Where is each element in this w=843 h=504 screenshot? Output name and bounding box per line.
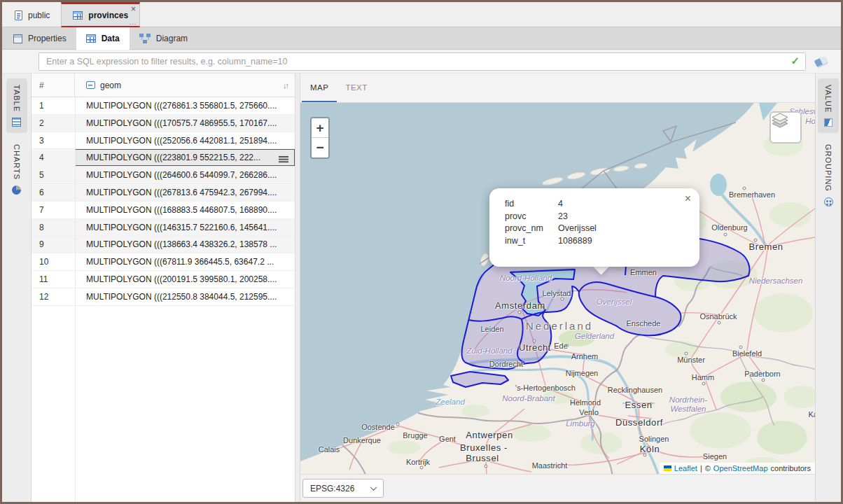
layers-control-button[interactable]: [769, 111, 802, 144]
geom-cell[interactable]: MULTIPOLYGON (((146315.7 522160.6, 14564…: [75, 219, 295, 236]
row-number-header[interactable]: #: [32, 74, 75, 97]
pie-chart-icon: [12, 186, 21, 195]
dbeaver-window: public provinces × ... Properties Data D…: [0, 0, 843, 504]
row-number-cell[interactable]: 6: [32, 184, 75, 201]
tab-overflow-icon[interactable]: ...: [130, 20, 137, 26]
row-number-cell[interactable]: 2: [32, 115, 75, 132]
close-icon[interactable]: ×: [131, 5, 136, 13]
zoom-in-button[interactable]: +: [312, 118, 328, 138]
contributors-text: contributors: [771, 464, 811, 472]
geom-cell[interactable]: MULTIPOLYGON (((170575.7 486955.5, 17016…: [75, 115, 295, 132]
layers-icon: [771, 113, 789, 130]
row-number-cell[interactable]: 5: [32, 167, 75, 183]
popup-field-key: provc_nm: [505, 223, 558, 233]
geom-cell[interactable]: MULTIPOLYGON (((267813.6 475942.3, 26799…: [75, 184, 295, 201]
row-number-cell[interactable]: 11: [32, 271, 75, 288]
table-row[interactable]: 8MULTIPOLYGON (((146315.7 522160.6, 1456…: [32, 219, 295, 237]
row-number-cell[interactable]: 8: [32, 219, 75, 236]
geom-column-header[interactable]: geom ↓↑: [75, 74, 295, 97]
eraser-icon: [814, 56, 828, 67]
leaflet-link[interactable]: Leaflet: [674, 464, 697, 472]
city-marker: [754, 239, 758, 242]
tab-grouping-panel[interactable]: GROUPING: [818, 138, 839, 213]
table-row[interactable]: 5MULTIPOLYGON (((264600.6 544099.7, 2662…: [32, 167, 295, 184]
viewer-footer: EPSG:4326: [300, 474, 815, 502]
geom-cell[interactable]: MULTIPOLYGON (((252056.6 442081.1, 25189…: [75, 132, 295, 149]
table-row[interactable]: 1MULTIPOLYGON (((276861.3 556801.5, 2756…: [32, 97, 295, 115]
row-number-cell[interactable]: 4: [32, 149, 75, 166]
geom-cell[interactable]: MULTIPOLYGON (((67811.9 366445.5, 63647.…: [75, 253, 295, 270]
row-number-cell[interactable]: 9: [32, 236, 75, 253]
map-base: [300, 103, 815, 474]
tab-charts-presentation[interactable]: CHARTS: [6, 138, 27, 201]
clear-filter-button[interactable]: [810, 52, 831, 71]
geom-cell[interactable]: MULTIPOLYGON (((212550.8 384044.5, 21259…: [75, 288, 295, 305]
tab-diagram[interactable]: Diagram: [130, 27, 197, 50]
city-marker: [566, 344, 569, 348]
popup-field-value: Overijssel: [558, 223, 685, 233]
tab-table-presentation[interactable]: TABLE: [6, 78, 27, 133]
view-tab-bar: Properties Data Diagram: [2, 27, 841, 50]
apply-filter-icon[interactable]: ✓: [790, 55, 800, 67]
city-marker: [643, 454, 647, 457]
tab-map[interactable]: MAP: [302, 74, 337, 102]
sort-icon[interactable]: ↓↑: [283, 81, 288, 90]
geom-cell[interactable]: MULTIPOLYGON (((223801.9 552215.5, 222..…: [75, 149, 295, 166]
table-row[interactable]: 4MULTIPOLYGON (((223801.9 552215.5, 222.…: [32, 149, 295, 167]
tab-text[interactable]: TEXT: [337, 74, 375, 102]
table-row[interactable]: 12MULTIPOLYGON (((212550.8 384044.5, 212…: [32, 288, 295, 306]
popup-fields: fid4provc23provc_nmOverijsselinw_t108688…: [505, 199, 685, 246]
table-row[interactable]: 7MULTIPOLYGON (((168883.5 446807.5, 1688…: [32, 202, 295, 219]
grouping-panel-icon: [824, 197, 833, 206]
ukraine-flag-icon: [664, 465, 671, 471]
grouping-tab-label: GROUPING: [824, 144, 832, 192]
geom-cell[interactable]: MULTIPOLYGON (((200191.5 399580.1, 20025…: [75, 271, 295, 288]
cell-menu-icon[interactable]: [279, 156, 288, 158]
tab-properties-label: Properties: [28, 34, 67, 43]
row-number-cell[interactable]: 10: [32, 253, 75, 270]
tab-provinces-label: provinces: [88, 10, 128, 20]
city-marker: [559, 464, 563, 468]
table-row[interactable]: 6MULTIPOLYGON (((267813.6 475942.3, 2679…: [32, 184, 295, 202]
zoom-out-button[interactable]: −: [312, 138, 328, 158]
osm-link[interactable]: OpenStreetMap: [713, 464, 768, 472]
city-marker: [420, 466, 424, 470]
table-row[interactable]: 11MULTIPOLYGON (((200191.5 399580.1, 200…: [32, 271, 295, 288]
tab-data[interactable]: Data: [76, 27, 130, 50]
geom-cell[interactable]: MULTIPOLYGON (((168883.5 446807.5, 16889…: [75, 202, 295, 218]
city-marker: [743, 187, 746, 190]
city-marker: [739, 346, 743, 349]
charts-tab-label: CHARTS: [13, 144, 21, 180]
grid-icon: [12, 118, 21, 127]
panel-sash[interactable]: [295, 74, 300, 502]
tab-provinces[interactable]: provinces × ...: [61, 2, 140, 27]
city-marker: [724, 233, 727, 237]
row-number-cell[interactable]: 12: [32, 288, 75, 305]
editor-tab-bar: public provinces × ...: [2, 2, 841, 27]
table-row[interactable]: 9MULTIPOLYGON (((138663.4 438326.2, 1385…: [32, 236, 295, 253]
row-number-cell[interactable]: 3: [32, 132, 75, 149]
table-row[interactable]: 3MULTIPOLYGON (((252056.6 442081.1, 2518…: [32, 132, 295, 150]
column-divider: [75, 97, 76, 502]
row-number-cell[interactable]: 7: [32, 202, 75, 218]
right-panel-strip: VALUE GROUPING: [815, 74, 841, 502]
tab-data-label: Data: [102, 34, 120, 43]
sql-filter-input[interactable]: [39, 52, 806, 71]
tab-public[interactable]: public: [4, 2, 61, 27]
geom-cell[interactable]: MULTIPOLYGON (((138663.4 438326.2, 13857…: [75, 236, 295, 253]
table-row[interactable]: 10MULTIPOLYGON (((67811.9 366445.5, 6364…: [32, 253, 295, 271]
crs-select[interactable]: EPSG:4326: [302, 479, 384, 498]
geom-header-label: geom: [100, 80, 121, 90]
map-canvas[interactable]: Schleswig-HolsteinBremerhavenOldenburgBr…: [300, 103, 815, 474]
popup-close-icon[interactable]: ×: [685, 193, 691, 204]
row-number-cell[interactable]: 1: [32, 97, 75, 114]
filter-bar: ✓: [2, 50, 841, 74]
geom-cell[interactable]: MULTIPOLYGON (((264600.6 544099.7, 26628…: [75, 167, 295, 183]
city-marker: [718, 321, 721, 325]
popup-field-value: 4: [558, 199, 685, 209]
table-row[interactable]: 2MULTIPOLYGON (((170575.7 486955.5, 1701…: [32, 115, 295, 132]
geom-cell[interactable]: MULTIPOLYGON (((276861.3 556801.5, 27566…: [75, 97, 295, 114]
tab-value-panel[interactable]: VALUE: [818, 78, 839, 133]
city-marker: [596, 412, 599, 415]
tab-properties[interactable]: Properties: [4, 27, 76, 50]
